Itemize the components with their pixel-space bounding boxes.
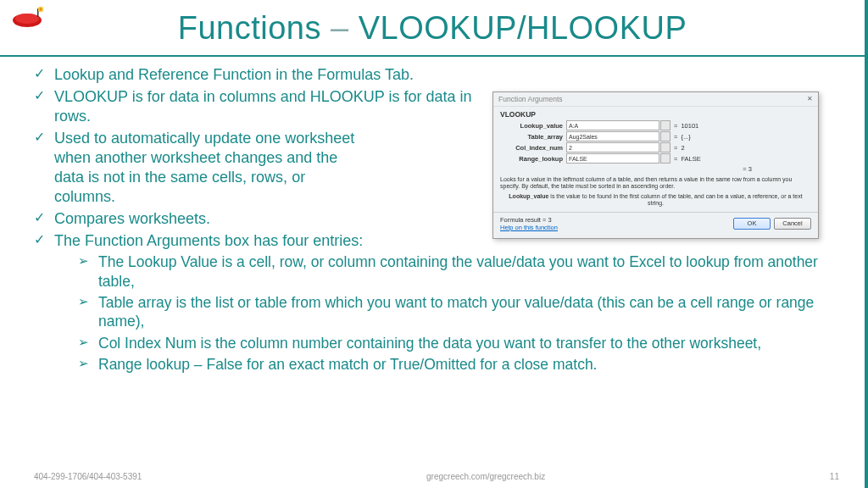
close-icon[interactable]: ✕ (807, 95, 813, 103)
equals-sign: = (674, 144, 677, 152)
arg-row-table-array: Table_array Aug2Sales = {...} (500, 131, 811, 141)
dialog-buttons: OK Cancel (733, 218, 811, 230)
equals-sign: = (674, 133, 677, 141)
range-selector-icon[interactable] (660, 153, 670, 164)
slide: Functions – VLOOKUP/HLOOKUP Lookup and R… (0, 0, 868, 488)
arg-eval: {...} (681, 133, 690, 141)
list-item: The Lookup Value is a cell, row, or colu… (78, 252, 839, 291)
arg-eval: 10101 (681, 122, 698, 130)
dialog-arg-name: Lookup_value (509, 193, 548, 199)
arg-label: Lookup_value (500, 122, 566, 130)
help-link[interactable]: Help on this function (500, 224, 558, 231)
dialog-separator (493, 212, 818, 213)
list-item: Range lookup – False for an exact match … (78, 355, 839, 374)
arg-eval: FALSE (681, 155, 700, 163)
dialog-body: VLOOKUP Lookup_value A:A = 10101 Table_a… (493, 107, 818, 238)
formula-result: Formula result = 3 (500, 216, 558, 224)
arg-input-lookup-value[interactable]: A:A (566, 120, 659, 130)
list-item: Table array is the list or table from wh… (78, 293, 839, 331)
list-item: Lookup and Reference Function in the For… (34, 65, 839, 85)
arg-input-col-index[interactable]: 2 (566, 142, 659, 152)
arg-label: Col_index_num (500, 144, 566, 152)
ok-button[interactable]: OK (733, 218, 771, 230)
arg-row-range-lookup: Range_lookup FALSE = FALSE (500, 153, 811, 164)
svg-point-4 (40, 8, 42, 11)
cancel-button[interactable]: Cancel (774, 218, 811, 230)
equals-sign: = (674, 122, 677, 130)
function-arguments-dialog: Function Arguments ✕ VLOOKUP Lookup_valu… (492, 92, 819, 239)
range-selector-icon[interactable] (660, 120, 670, 130)
dialog-description: Looks for a value in the leftmost column… (500, 176, 811, 191)
range-selector-icon[interactable] (660, 142, 670, 152)
range-selector-icon[interactable] (660, 131, 670, 141)
dialog-function-name: VLOOKUP (500, 110, 811, 119)
slide-footer: 404-299-1706/404-403-5391 gregcreech.com… (0, 472, 865, 481)
dialog-title-text: Function Arguments (498, 95, 563, 103)
arg-input-range-lookup[interactable]: FALSE (566, 153, 659, 164)
arg-eval: 2 (681, 144, 684, 152)
equals-sign: = (674, 155, 677, 163)
sub-bullet-list: The Lookup Value is a cell, row, or colu… (78, 252, 839, 374)
svg-point-1 (15, 14, 39, 24)
title-dash: – (321, 10, 359, 46)
arg-label: Table_array (500, 133, 566, 141)
dialog-arg-description: Lookup_value is the value to be found in… (500, 193, 811, 208)
footer-phone: 404-299-1706/404-403-5391 (34, 472, 142, 481)
logo-icon (10, 5, 53, 29)
arg-label: Range_lookup (500, 155, 566, 163)
arg-row-col-index: Col_index_num 2 = 2 (500, 142, 811, 152)
dialog-result-eq: = 3 (500, 165, 811, 173)
slide-title: Functions – VLOOKUP/HLOOKUP (0, 0, 865, 55)
arg-row-lookup-value: Lookup_value A:A = 10101 (500, 120, 811, 130)
dialog-titlebar: Function Arguments ✕ (493, 92, 818, 107)
dialog-footer: Formula result = 3 Help on this function… (500, 216, 811, 233)
title-word-functions: Functions (178, 10, 321, 46)
title-word-lookup: VLOOKUP/HLOOKUP (359, 10, 687, 46)
arg-input-table-array[interactable]: Aug2Sales (566, 131, 659, 141)
page-number: 11 (830, 472, 839, 481)
footer-url: gregcreech.com/gregcreech.biz (426, 472, 545, 481)
list-item: Col Index Num is the column number conta… (78, 334, 839, 352)
list-item: The Function Arguments box has four entr… (34, 231, 839, 374)
